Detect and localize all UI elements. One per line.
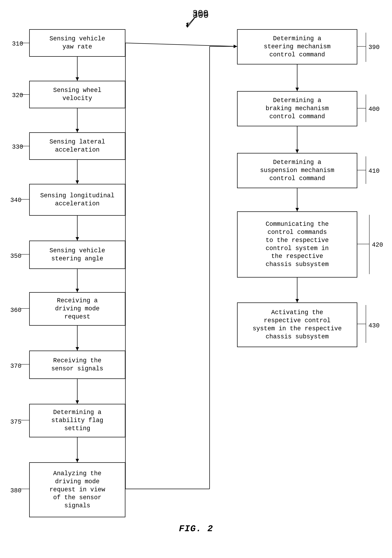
ref-370: 370 [10, 363, 21, 370]
svg-marker-3 [76, 77, 79, 81]
box-360: Receiving adriving moderequest [29, 292, 125, 326]
svg-marker-26 [296, 208, 299, 211]
svg-marker-5 [76, 129, 79, 132]
box-410: Determining asuspension mechanismcontrol… [237, 153, 357, 188]
ref-320: 320 [12, 92, 23, 99]
box-320: Sensing wheelvelocity [29, 81, 125, 108]
box-430: Activating therespective controlsystem i… [237, 303, 357, 347]
ref-310: 310 [12, 40, 23, 47]
ref-360: 360 [10, 307, 21, 314]
svg-marker-9 [76, 237, 79, 241]
box-320-label: Sensing wheelvelocity [53, 87, 102, 103]
box-380-label: Analyzing thedriving moderequest in view… [50, 470, 105, 510]
box-380: Analyzing thedriving moderequest in view… [29, 462, 125, 517]
box-350-label: Sensing vehiclesteering angle [50, 247, 105, 263]
figure-number-arrow: 300 [186, 9, 208, 27]
svg-marker-52 [234, 45, 237, 48]
box-390: Determining asteering mechanismcontrol c… [237, 29, 357, 64]
ref-380: 380 [10, 487, 21, 494]
ref-430: 430 [368, 322, 380, 329]
svg-marker-17 [76, 459, 79, 462]
box-375-label: Determining astability flagsetting [51, 409, 103, 433]
svg-marker-13 [76, 347, 79, 351]
svg-line-19 [125, 43, 237, 46]
box-310-label: Sensing vehicleyaw rate [50, 35, 105, 51]
ref-340: 340 [10, 197, 21, 204]
svg-marker-15 [76, 401, 79, 404]
svg-marker-28 [296, 299, 299, 303]
ref-390: 390 [368, 44, 380, 51]
box-420: Communicating thecontrol commandsto the … [237, 211, 357, 278]
ref-420: 420 [372, 241, 383, 248]
box-400-label: Determining abraking mechanismcontrol co… [265, 96, 329, 121]
ref-375: 375 [10, 418, 21, 426]
diagram-container: 300 [0, 0, 392, 558]
box-400: Determining abraking mechanismcontrol co… [237, 91, 357, 126]
svg-line-54 [187, 18, 194, 26]
box-420-label: Communicating thecontrol commandsto the … [265, 220, 329, 269]
box-330-label: Sensing lateralacceleration [50, 138, 105, 154]
svg-marker-20 [234, 45, 237, 48]
ref-350: 350 [10, 253, 21, 260]
box-340: Sensing longitudinalacceleration [29, 184, 125, 216]
svg-marker-7 [76, 180, 79, 184]
box-360-label: Receiving adriving moderequest [55, 297, 100, 321]
svg-marker-24 [296, 149, 299, 153]
figure-label: FIG. 2 [179, 524, 213, 534]
svg-marker-11 [76, 289, 79, 292]
box-390-label: Determining asteering mechanismcontrol c… [264, 35, 331, 59]
svg-marker-22 [296, 88, 299, 91]
svg-text:300: 300 [192, 9, 208, 19]
ref-400: 400 [368, 106, 380, 113]
svg-marker-55 [186, 22, 189, 26]
box-330: Sensing lateralacceleration [29, 132, 125, 160]
box-375: Determining astability flagsetting [29, 404, 125, 437]
box-370-label: Receiving thesensor signals [51, 357, 103, 373]
box-310: Sensing vehicleyaw rate [29, 29, 125, 57]
box-410-label: Determining asuspension mechanismcontrol… [260, 158, 334, 183]
box-340-label: Sensing longitudinalacceleration [40, 192, 114, 208]
ref-330: 330 [12, 143, 23, 150]
box-350: Sensing vehiclesteering angle [29, 241, 125, 269]
box-370: Receiving thesensor signals [29, 351, 125, 379]
box-430-label: Activating therespective controlsystem i… [253, 309, 342, 341]
ref-410: 410 [368, 167, 380, 174]
